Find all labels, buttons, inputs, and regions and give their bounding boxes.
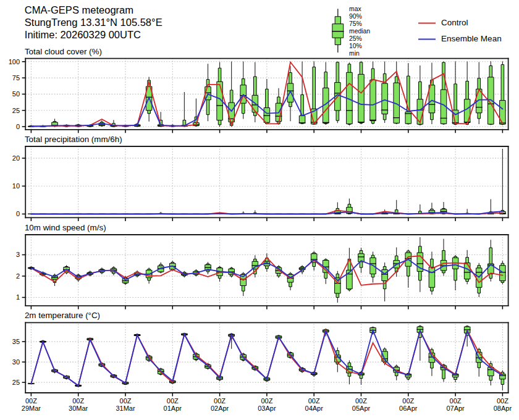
svg-text:00Z: 00Z xyxy=(214,397,226,405)
svg-text:Ensemble Mean: Ensemble Mean xyxy=(441,34,502,43)
svg-text:Total precipitation (mm/6h): Total precipitation (mm/6h) xyxy=(25,135,122,144)
svg-text:min: min xyxy=(349,50,360,57)
svg-text:75: 75 xyxy=(12,74,20,82)
svg-text:08Apr: 08Apr xyxy=(494,405,512,412)
svg-text:04Apr: 04Apr xyxy=(305,405,324,412)
svg-text:1: 1 xyxy=(16,293,20,301)
svg-text:00Z: 00Z xyxy=(72,397,84,405)
svg-text:10: 10 xyxy=(12,182,20,190)
svg-text:00Z: 00Z xyxy=(355,397,367,405)
svg-text:25: 25 xyxy=(12,379,20,386)
svg-text:00Z: 00Z xyxy=(167,397,179,405)
svg-text:30Mar: 30Mar xyxy=(69,405,88,412)
svg-text:CMA-GEPS meteogram: CMA-GEPS meteogram xyxy=(25,4,133,16)
svg-text:50: 50 xyxy=(12,90,20,98)
svg-text:31Mar: 31Mar xyxy=(116,405,135,412)
svg-text:Total cloud cover (%): Total cloud cover (%) xyxy=(25,47,102,56)
svg-text:00Z: 00Z xyxy=(308,397,320,405)
svg-text:2m temperature (°C): 2m temperature (°C) xyxy=(25,311,100,320)
svg-text:2: 2 xyxy=(16,272,20,280)
svg-text:median: median xyxy=(349,28,370,35)
svg-text:0: 0 xyxy=(16,210,20,217)
svg-text:0: 0 xyxy=(16,123,20,130)
svg-text:07Apr: 07Apr xyxy=(446,405,465,412)
svg-text:05Apr: 05Apr xyxy=(352,405,371,412)
svg-text:25%: 25% xyxy=(349,35,362,42)
svg-text:25: 25 xyxy=(12,107,20,114)
svg-text:10m wind speed (m/s): 10m wind speed (m/s) xyxy=(25,223,106,232)
svg-text:29Mar: 29Mar xyxy=(22,405,41,412)
svg-text:StungTreng 13.31°N 105.58°E: StungTreng 13.31°N 105.58°E xyxy=(25,17,162,28)
svg-text:00Z: 00Z xyxy=(450,397,462,405)
svg-text:3: 3 xyxy=(16,251,20,258)
svg-text:02Apr: 02Apr xyxy=(211,405,229,412)
svg-text:30: 30 xyxy=(12,358,20,366)
svg-text:35: 35 xyxy=(12,338,20,345)
svg-text:75%: 75% xyxy=(349,20,362,27)
svg-text:00Z: 00Z xyxy=(402,397,414,405)
svg-text:90%: 90% xyxy=(349,13,362,20)
svg-text:Control: Control xyxy=(441,18,468,27)
svg-text:03Apr: 03Apr xyxy=(258,405,276,412)
svg-text:00Z: 00Z xyxy=(497,397,508,405)
svg-text:01Apr: 01Apr xyxy=(164,405,182,412)
svg-text:00Z: 00Z xyxy=(120,397,132,405)
svg-text:Initime: 20260329 00UTC: Initime: 20260329 00UTC xyxy=(25,29,141,41)
svg-text:10%: 10% xyxy=(349,43,362,49)
svg-text:00Z: 00Z xyxy=(261,397,272,405)
svg-text:max: max xyxy=(349,6,361,12)
svg-text:06Apr: 06Apr xyxy=(399,405,418,412)
svg-text:20: 20 xyxy=(12,154,20,162)
svg-text:00Z: 00Z xyxy=(25,397,37,405)
svg-text:100: 100 xyxy=(9,58,20,65)
